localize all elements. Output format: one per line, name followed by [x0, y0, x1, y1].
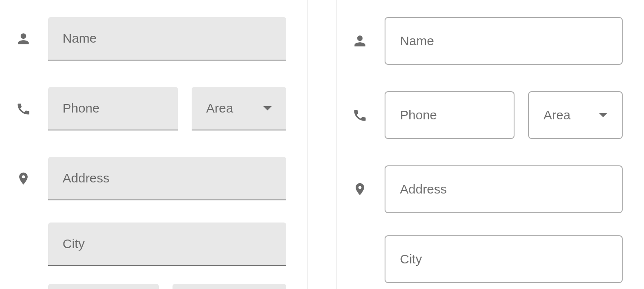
filled-form-panel: Name Phone Area Address: [0, 0, 308, 289]
outlined-row-city: City: [351, 235, 623, 283]
phone-icon: [351, 107, 368, 123]
area-select-outlined[interactable]: Area: [528, 91, 623, 139]
address-input-filled[interactable]: Address: [48, 157, 286, 200]
name-input-outlined[interactable]: Name: [385, 17, 623, 65]
city-input-outlined[interactable]: City: [385, 235, 623, 283]
outlined-form-panel: Name Phone Area Address: [336, 0, 644, 289]
name-placeholder: Name: [63, 31, 97, 46]
area-placeholder: Area: [543, 108, 570, 122]
chevron-down-icon: [263, 106, 272, 110]
address-input-outlined[interactable]: Address: [385, 165, 623, 213]
phone-placeholder: Phone: [400, 108, 437, 122]
city-placeholder: City: [400, 252, 422, 266]
outlined-row-name: Name: [351, 17, 623, 65]
filled-row-peek: [15, 284, 286, 289]
filled-row-address: Address: [15, 157, 286, 200]
city-placeholder: City: [63, 237, 85, 251]
outlined-row-phone: Phone Area: [351, 91, 623, 139]
location-icon: [15, 171, 32, 186]
phone-input-outlined[interactable]: Phone: [385, 91, 515, 139]
name-input-filled[interactable]: Name: [48, 17, 286, 61]
location-icon: [351, 182, 368, 197]
area-placeholder: Area: [206, 101, 233, 116]
phone-icon: [15, 101, 32, 116]
peek-field-filled[interactable]: [172, 284, 286, 289]
address-placeholder: Address: [400, 182, 447, 197]
person-icon: [351, 33, 368, 49]
outlined-row-address: Address: [351, 165, 623, 213]
area-select-filled[interactable]: Area: [192, 87, 286, 130]
person-icon: [15, 31, 32, 47]
panel-divider-gap: [308, 0, 336, 289]
name-placeholder: Name: [400, 34, 434, 48]
phone-input-filled[interactable]: Phone: [48, 87, 178, 130]
peek-field-filled[interactable]: [48, 284, 159, 289]
filled-row-name: Name: [15, 17, 286, 61]
chevron-down-icon: [599, 113, 607, 117]
address-placeholder: Address: [63, 171, 109, 185]
phone-placeholder: Phone: [63, 101, 100, 116]
filled-row-phone: Phone Area: [15, 87, 286, 130]
filled-row-city: City: [15, 223, 286, 266]
city-input-filled[interactable]: City: [48, 223, 286, 266]
